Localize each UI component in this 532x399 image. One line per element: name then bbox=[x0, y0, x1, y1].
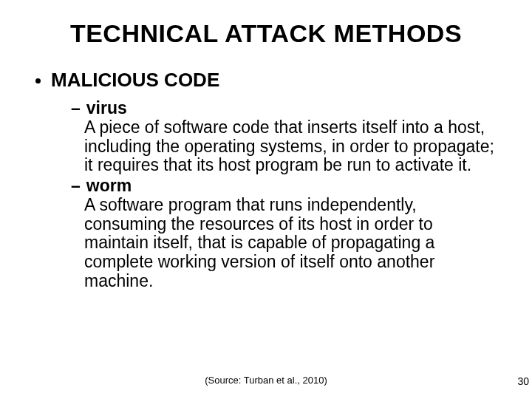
level1-heading: MALICIOUS CODE bbox=[51, 69, 219, 92]
level2-list: – virus A piece of software code that in… bbox=[71, 99, 502, 291]
level1-item: MALICIOUS CODE bbox=[35, 69, 502, 92]
level2-definition: A piece of software code that inserts it… bbox=[84, 118, 495, 175]
level2-item: – virus A piece of software code that in… bbox=[71, 99, 495, 175]
level2-term: worm bbox=[86, 177, 132, 196]
level2-definition: A software program that runs independent… bbox=[84, 196, 495, 291]
dash-icon: – bbox=[71, 99, 81, 118]
source-citation: (Source: Turban et al., 2010) bbox=[0, 375, 532, 386]
level2-term-row: – virus bbox=[71, 99, 495, 118]
bullet-icon bbox=[35, 78, 41, 83]
level2-term-row: – worm bbox=[71, 177, 495, 196]
level2-term: virus bbox=[86, 99, 127, 118]
page-number: 30 bbox=[517, 375, 529, 387]
dash-icon: – bbox=[71, 177, 81, 196]
slide: TECHNICAL ATTACK METHODS MALICIOUS CODE … bbox=[0, 0, 532, 399]
level2-item: – worm A software program that runs inde… bbox=[71, 177, 495, 291]
slide-title: TECHNICAL ATTACK METHODS bbox=[30, 19, 502, 48]
